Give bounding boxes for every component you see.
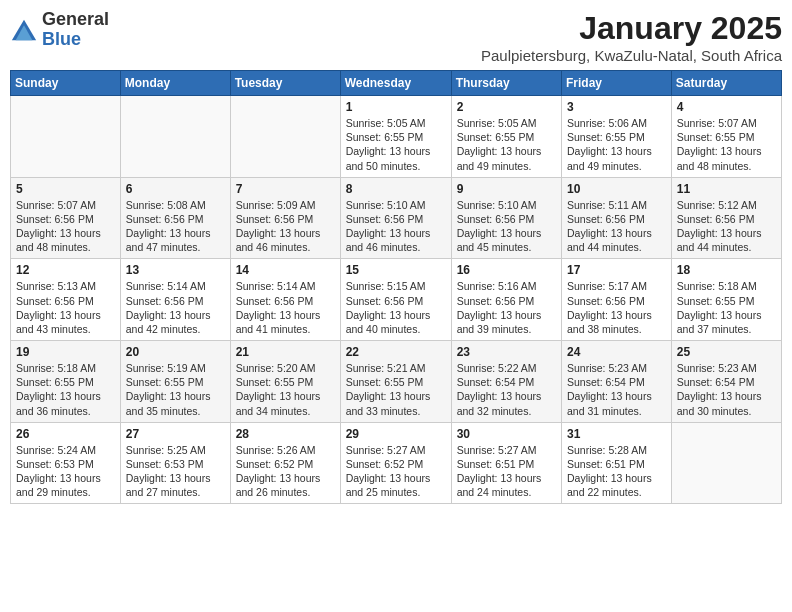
calendar-week-row: 26Sunrise: 5:24 AM Sunset: 6:53 PM Dayli… [11,422,782,504]
weekday-header-cell: Thursday [451,71,561,96]
day-info: Sunrise: 5:05 AM Sunset: 6:55 PM Dayligh… [457,116,556,173]
calendar-day-cell [230,96,340,178]
day-info: Sunrise: 5:22 AM Sunset: 6:54 PM Dayligh… [457,361,556,418]
month-title: January 2025 [481,10,782,47]
calendar-day-cell: 6Sunrise: 5:08 AM Sunset: 6:56 PM Daylig… [120,177,230,259]
day-number: 19 [16,345,115,359]
calendar-day-cell: 25Sunrise: 5:23 AM Sunset: 6:54 PM Dayli… [671,341,781,423]
day-info: Sunrise: 5:14 AM Sunset: 6:56 PM Dayligh… [236,279,335,336]
day-info: Sunrise: 5:13 AM Sunset: 6:56 PM Dayligh… [16,279,115,336]
day-number: 22 [346,345,446,359]
day-number: 23 [457,345,556,359]
calendar-week-row: 12Sunrise: 5:13 AM Sunset: 6:56 PM Dayli… [11,259,782,341]
calendar-day-cell: 29Sunrise: 5:27 AM Sunset: 6:52 PM Dayli… [340,422,451,504]
calendar-day-cell: 27Sunrise: 5:25 AM Sunset: 6:53 PM Dayli… [120,422,230,504]
calendar-day-cell: 4Sunrise: 5:07 AM Sunset: 6:55 PM Daylig… [671,96,781,178]
calendar-day-cell: 3Sunrise: 5:06 AM Sunset: 6:55 PM Daylig… [562,96,672,178]
day-info: Sunrise: 5:17 AM Sunset: 6:56 PM Dayligh… [567,279,666,336]
logo-text: General Blue [42,10,109,50]
day-info: Sunrise: 5:18 AM Sunset: 6:55 PM Dayligh… [16,361,115,418]
calendar-day-cell: 7Sunrise: 5:09 AM Sunset: 6:56 PM Daylig… [230,177,340,259]
calendar-day-cell: 21Sunrise: 5:20 AM Sunset: 6:55 PM Dayli… [230,341,340,423]
day-number: 13 [126,263,225,277]
day-number: 20 [126,345,225,359]
calendar-day-cell: 18Sunrise: 5:18 AM Sunset: 6:55 PM Dayli… [671,259,781,341]
day-number: 1 [346,100,446,114]
day-number: 30 [457,427,556,441]
day-info: Sunrise: 5:27 AM Sunset: 6:52 PM Dayligh… [346,443,446,500]
location-title: Paulpietersburg, KwaZulu-Natal, South Af… [481,47,782,64]
weekday-header-cell: Saturday [671,71,781,96]
day-number: 27 [126,427,225,441]
calendar-day-cell: 1Sunrise: 5:05 AM Sunset: 6:55 PM Daylig… [340,96,451,178]
calendar-body: 1Sunrise: 5:05 AM Sunset: 6:55 PM Daylig… [11,96,782,504]
calendar-day-cell: 8Sunrise: 5:10 AM Sunset: 6:56 PM Daylig… [340,177,451,259]
day-info: Sunrise: 5:06 AM Sunset: 6:55 PM Dayligh… [567,116,666,173]
day-info: Sunrise: 5:24 AM Sunset: 6:53 PM Dayligh… [16,443,115,500]
calendar-day-cell: 10Sunrise: 5:11 AM Sunset: 6:56 PM Dayli… [562,177,672,259]
logo-blue: Blue [42,30,109,50]
day-info: Sunrise: 5:21 AM Sunset: 6:55 PM Dayligh… [346,361,446,418]
calendar-day-cell: 31Sunrise: 5:28 AM Sunset: 6:51 PM Dayli… [562,422,672,504]
day-info: Sunrise: 5:14 AM Sunset: 6:56 PM Dayligh… [126,279,225,336]
weekday-header-cell: Monday [120,71,230,96]
calendar-day-cell: 2Sunrise: 5:05 AM Sunset: 6:55 PM Daylig… [451,96,561,178]
day-info: Sunrise: 5:27 AM Sunset: 6:51 PM Dayligh… [457,443,556,500]
day-number: 10 [567,182,666,196]
day-info: Sunrise: 5:23 AM Sunset: 6:54 PM Dayligh… [677,361,776,418]
day-info: Sunrise: 5:11 AM Sunset: 6:56 PM Dayligh… [567,198,666,255]
day-info: Sunrise: 5:26 AM Sunset: 6:52 PM Dayligh… [236,443,335,500]
day-info: Sunrise: 5:16 AM Sunset: 6:56 PM Dayligh… [457,279,556,336]
day-number: 5 [16,182,115,196]
day-number: 8 [346,182,446,196]
calendar-day-cell [120,96,230,178]
page-header: General Blue January 2025 Paulpietersbur… [10,10,782,64]
day-number: 6 [126,182,225,196]
weekday-header-cell: Friday [562,71,672,96]
day-info: Sunrise: 5:08 AM Sunset: 6:56 PM Dayligh… [126,198,225,255]
day-number: 21 [236,345,335,359]
logo: General Blue [10,10,109,50]
calendar-day-cell: 30Sunrise: 5:27 AM Sunset: 6:51 PM Dayli… [451,422,561,504]
calendar-day-cell: 9Sunrise: 5:10 AM Sunset: 6:56 PM Daylig… [451,177,561,259]
day-number: 25 [677,345,776,359]
day-number: 14 [236,263,335,277]
day-number: 28 [236,427,335,441]
calendar-day-cell: 19Sunrise: 5:18 AM Sunset: 6:55 PM Dayli… [11,341,121,423]
day-info: Sunrise: 5:25 AM Sunset: 6:53 PM Dayligh… [126,443,225,500]
weekday-header-row: SundayMondayTuesdayWednesdayThursdayFrid… [11,71,782,96]
day-number: 17 [567,263,666,277]
day-info: Sunrise: 5:20 AM Sunset: 6:55 PM Dayligh… [236,361,335,418]
day-info: Sunrise: 5:12 AM Sunset: 6:56 PM Dayligh… [677,198,776,255]
calendar-day-cell: 14Sunrise: 5:14 AM Sunset: 6:56 PM Dayli… [230,259,340,341]
calendar-day-cell: 16Sunrise: 5:16 AM Sunset: 6:56 PM Dayli… [451,259,561,341]
calendar-table: SundayMondayTuesdayWednesdayThursdayFrid… [10,70,782,504]
day-number: 18 [677,263,776,277]
day-number: 11 [677,182,776,196]
title-block: January 2025 Paulpietersburg, KwaZulu-Na… [481,10,782,64]
calendar-day-cell: 22Sunrise: 5:21 AM Sunset: 6:55 PM Dayli… [340,341,451,423]
day-number: 29 [346,427,446,441]
calendar-day-cell [671,422,781,504]
day-number: 12 [16,263,115,277]
calendar-week-row: 1Sunrise: 5:05 AM Sunset: 6:55 PM Daylig… [11,96,782,178]
calendar-day-cell: 12Sunrise: 5:13 AM Sunset: 6:56 PM Dayli… [11,259,121,341]
day-number: 4 [677,100,776,114]
calendar-day-cell: 5Sunrise: 5:07 AM Sunset: 6:56 PM Daylig… [11,177,121,259]
day-info: Sunrise: 5:18 AM Sunset: 6:55 PM Dayligh… [677,279,776,336]
day-info: Sunrise: 5:09 AM Sunset: 6:56 PM Dayligh… [236,198,335,255]
calendar-day-cell: 20Sunrise: 5:19 AM Sunset: 6:55 PM Dayli… [120,341,230,423]
day-number: 24 [567,345,666,359]
day-info: Sunrise: 5:10 AM Sunset: 6:56 PM Dayligh… [346,198,446,255]
day-number: 26 [16,427,115,441]
day-number: 7 [236,182,335,196]
calendar-day-cell: 17Sunrise: 5:17 AM Sunset: 6:56 PM Dayli… [562,259,672,341]
calendar-week-row: 19Sunrise: 5:18 AM Sunset: 6:55 PM Dayli… [11,341,782,423]
day-number: 3 [567,100,666,114]
day-info: Sunrise: 5:23 AM Sunset: 6:54 PM Dayligh… [567,361,666,418]
day-number: 16 [457,263,556,277]
weekday-header-cell: Sunday [11,71,121,96]
calendar-day-cell: 15Sunrise: 5:15 AM Sunset: 6:56 PM Dayli… [340,259,451,341]
day-info: Sunrise: 5:19 AM Sunset: 6:55 PM Dayligh… [126,361,225,418]
day-number: 2 [457,100,556,114]
